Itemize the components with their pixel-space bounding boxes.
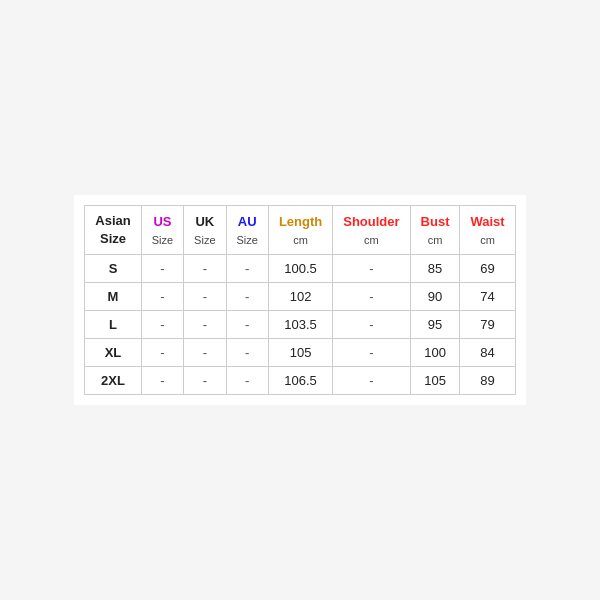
cell-us: - xyxy=(141,311,183,339)
cell-us: - xyxy=(141,283,183,311)
size-chart-wrapper: Asian Size US Size UK Size AU Size Lengt… xyxy=(74,195,525,405)
cell-length: 103.5 xyxy=(268,311,332,339)
cell-shoulder: - xyxy=(333,283,410,311)
cell-us: - xyxy=(141,255,183,283)
header-uk: UK Size xyxy=(184,205,226,254)
cell-au: - xyxy=(226,367,268,395)
cell-waist: 79 xyxy=(460,311,515,339)
cell-length: 106.5 xyxy=(268,367,332,395)
cell-bust: 105 xyxy=(410,367,460,395)
cell-length: 102 xyxy=(268,283,332,311)
table-row: M---102-9074 xyxy=(85,283,515,311)
cell-bust: 90 xyxy=(410,283,460,311)
cell-length: 100.5 xyxy=(268,255,332,283)
cell-asian: M xyxy=(85,283,141,311)
cell-uk: - xyxy=(184,339,226,367)
cell-shoulder: - xyxy=(333,367,410,395)
cell-au: - xyxy=(226,283,268,311)
cell-us: - xyxy=(141,367,183,395)
cell-waist: 89 xyxy=(460,367,515,395)
header-shoulder: Shoulder cm xyxy=(333,205,410,254)
header-waist: Waist cm xyxy=(460,205,515,254)
cell-length: 105 xyxy=(268,339,332,367)
cell-bust: 85 xyxy=(410,255,460,283)
table-row: L---103.5-9579 xyxy=(85,311,515,339)
size-chart-table: Asian Size US Size UK Size AU Size Lengt… xyxy=(84,205,515,395)
header-us: US Size xyxy=(141,205,183,254)
cell-au: - xyxy=(226,339,268,367)
cell-us: - xyxy=(141,339,183,367)
cell-uk: - xyxy=(184,283,226,311)
cell-shoulder: - xyxy=(333,339,410,367)
header-au: AU Size xyxy=(226,205,268,254)
table-row: S---100.5-8569 xyxy=(85,255,515,283)
cell-uk: - xyxy=(184,367,226,395)
cell-waist: 74 xyxy=(460,283,515,311)
cell-uk: - xyxy=(184,311,226,339)
cell-au: - xyxy=(226,255,268,283)
header-bust: Bust cm xyxy=(410,205,460,254)
header-length: Length cm xyxy=(268,205,332,254)
cell-waist: 69 xyxy=(460,255,515,283)
cell-asian: L xyxy=(85,311,141,339)
cell-waist: 84 xyxy=(460,339,515,367)
header-asian: Asian Size xyxy=(85,205,141,254)
cell-asian: S xyxy=(85,255,141,283)
cell-shoulder: - xyxy=(333,255,410,283)
cell-shoulder: - xyxy=(333,311,410,339)
cell-asian: XL xyxy=(85,339,141,367)
table-row: XL---105-10084 xyxy=(85,339,515,367)
cell-asian: 2XL xyxy=(85,367,141,395)
table-row: 2XL---106.5-10589 xyxy=(85,367,515,395)
cell-bust: 95 xyxy=(410,311,460,339)
cell-bust: 100 xyxy=(410,339,460,367)
cell-uk: - xyxy=(184,255,226,283)
cell-au: - xyxy=(226,311,268,339)
